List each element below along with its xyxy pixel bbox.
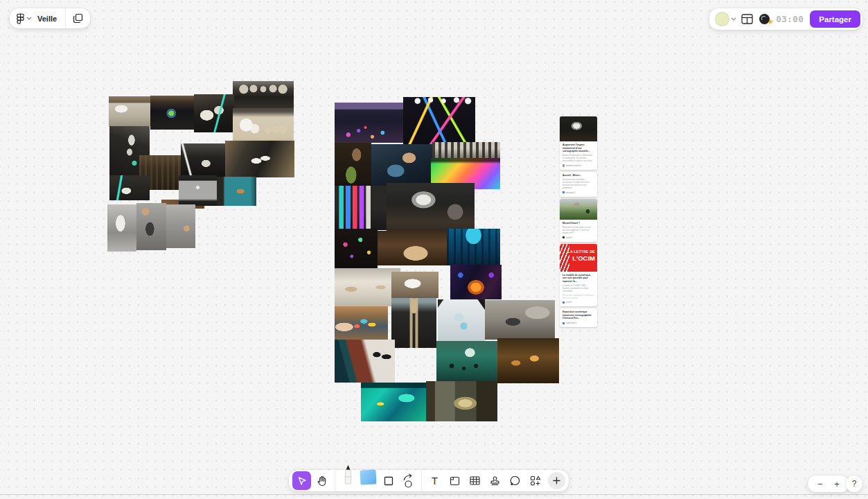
photo-artifact-drawer[interactable] xyxy=(109,96,150,126)
link-card-url: ocim.fr xyxy=(566,301,572,304)
select-tool[interactable] xyxy=(292,471,311,490)
marker-tool[interactable] xyxy=(339,466,357,485)
link-card-url: exposition.fr xyxy=(566,322,577,324)
stamp-tool[interactable] xyxy=(486,471,504,490)
photo-screen-green-blob[interactable] xyxy=(150,96,194,130)
comment-tool[interactable] xyxy=(506,471,524,490)
link-card-body: Accueil - Bienn…Découvrez les actualités… xyxy=(560,172,597,197)
photo-pot-screen[interactable] xyxy=(217,177,256,206)
table-icon xyxy=(470,476,480,485)
photo-aquarium-room[interactable] xyxy=(447,229,500,265)
link-card-url-row[interactable]: ocim.fr xyxy=(563,301,594,304)
table-tool[interactable] xyxy=(466,471,484,490)
photo-teal-immersive-room[interactable] xyxy=(361,383,426,421)
stamp-icon xyxy=(490,475,500,486)
photo-tablet-whale[interactable] xyxy=(485,300,555,340)
photo-round-table-exhibit[interactable] xyxy=(335,143,371,186)
photo-sea-rescue[interactable] xyxy=(436,341,497,383)
help-icon: ? xyxy=(852,479,857,489)
favicon-icon xyxy=(563,322,565,324)
link-card-body: Le modèle du numérique, une voie possibl… xyxy=(560,272,597,307)
photo-white-gallery-statues[interactable] xyxy=(335,268,400,306)
link-preview-card[interactable]: Augmenter l'impact émotionnel d'une scén… xyxy=(560,116,597,170)
favicon-icon xyxy=(563,301,565,304)
favicon-icon xyxy=(563,164,565,166)
link-preview-card[interactable]: LA LETTRE DEL'OCIMLe modèle du numérique… xyxy=(560,244,597,307)
plus-icon xyxy=(553,477,560,484)
file-menu[interactable]: Veille xyxy=(10,8,65,28)
photo-dials-panel[interactable] xyxy=(233,81,294,108)
zoom-controls: − + xyxy=(808,475,849,492)
marker-icon xyxy=(343,465,353,487)
link-card-body: Augmenter l'impact émotionnel d'une scén… xyxy=(560,141,597,170)
link-card-body: Exposition numérique immersive scénograp… xyxy=(560,308,597,327)
shape-tool[interactable] xyxy=(379,471,398,490)
link-card-description: La lettre de l'OCIM n°198 — musées, patr… xyxy=(563,284,594,292)
link-card-title: Le modèle du numérique, une voie possibl… xyxy=(563,274,594,283)
photo-peppers-ghost-desk[interactable] xyxy=(387,183,475,236)
photo-scanner-machine[interactable] xyxy=(107,204,136,252)
file-menu-pill: Veille xyxy=(10,8,90,28)
link-preview-card[interactable]: Exposition numérique immersive scénograp… xyxy=(560,308,597,327)
link-card-url-row[interactable]: exposition.fr xyxy=(563,322,594,324)
photo-ar-map-hands[interactable] xyxy=(438,299,485,342)
timer-widget[interactable]: ★ 03:00 xyxy=(759,13,804,26)
whiteboard-canvas[interactable] xyxy=(0,0,868,499)
link-preview-card[interactable]: Musée/Virtuel ?Repenser la visite après … xyxy=(560,199,597,242)
photo-label-card-room[interactable] xyxy=(391,272,439,298)
share-button[interactable]: Partager xyxy=(810,10,860,28)
hand-tool[interactable] xyxy=(312,471,331,490)
link-card-url: visite.fr xyxy=(566,236,572,239)
photo-flower-projection[interactable] xyxy=(335,229,378,268)
photo-golden-statue-frames[interactable] xyxy=(426,381,497,421)
section-tool[interactable] xyxy=(445,471,464,490)
file-title[interactable]: Veille xyxy=(37,15,57,23)
templates-button[interactable] xyxy=(66,8,90,28)
views-button[interactable] xyxy=(741,14,753,24)
sticky-note-tool[interactable] xyxy=(358,467,378,487)
help-button[interactable]: ? xyxy=(846,475,862,492)
templates-icon xyxy=(73,13,83,24)
photo-wood-gallery-table[interactable] xyxy=(378,231,447,265)
text-tool[interactable]: T xyxy=(425,471,444,490)
square-shape-icon xyxy=(384,476,393,486)
photo-neon-zigzag-room[interactable] xyxy=(403,97,475,146)
photo-hand-in-tray[interactable] xyxy=(166,204,195,248)
photo-skeleton-case[interactable] xyxy=(391,298,436,348)
photo-hand-color-table[interactable] xyxy=(335,306,388,340)
comment-bubble-icon xyxy=(510,475,520,486)
photo-macbook[interactable] xyxy=(179,175,217,206)
connector-arrow-icon xyxy=(402,473,415,489)
link-card-url-row[interactable]: visite.fr xyxy=(563,236,594,239)
zoom-out-button[interactable]: − xyxy=(817,480,823,489)
link-preview-card[interactable]: Accueil - Bienn…Découvrez les actualités… xyxy=(560,172,597,197)
photo-tray-rings-coins[interactable] xyxy=(233,108,294,146)
link-card-url-row[interactable]: medium.muséo.fr xyxy=(563,164,594,167)
cursor-icon xyxy=(297,476,307,486)
zoom-in-button[interactable]: + xyxy=(834,480,840,489)
link-card-description: Découvrez les actualités, rencontres et … xyxy=(563,178,594,189)
photo-teal-streak-doc[interactable] xyxy=(109,175,150,200)
connector-tool[interactable] xyxy=(399,471,418,490)
divider xyxy=(421,470,422,491)
link-card-url-row[interactable]: biennale.fr xyxy=(563,191,594,194)
photo-tent-projection[interactable] xyxy=(450,265,502,299)
widgets-tool[interactable] xyxy=(526,471,544,490)
photo-hand-tablet-map[interactable] xyxy=(371,144,432,187)
add-more-button[interactable] xyxy=(548,472,565,489)
photo-warm-cave-interior[interactable] xyxy=(497,338,559,383)
photo-vr-glasses-mat[interactable] xyxy=(225,141,294,177)
link-card-body: Musée/Virtuel ?Repenser la visite après … xyxy=(560,220,597,242)
photo-console-cards[interactable] xyxy=(194,94,234,132)
photo-red-floor-corridor[interactable] xyxy=(335,340,395,383)
photo-hands-oval-glass[interactable] xyxy=(136,203,166,250)
section-icon xyxy=(450,476,460,486)
photo-kiosk-color-strips[interactable] xyxy=(335,186,387,230)
photo-dark-desk-lights[interactable] xyxy=(181,143,227,177)
link-card-url: medium.muséo.fr xyxy=(566,164,581,167)
user-menu[interactable] xyxy=(715,12,736,26)
link-card-description: Repenser la visite après la crise : que … xyxy=(563,226,594,234)
photo-projection-floor[interactable] xyxy=(335,103,403,143)
tool-bar: T xyxy=(289,470,569,491)
ocim-banner-line1: LA LETTRE DE xyxy=(568,250,595,254)
